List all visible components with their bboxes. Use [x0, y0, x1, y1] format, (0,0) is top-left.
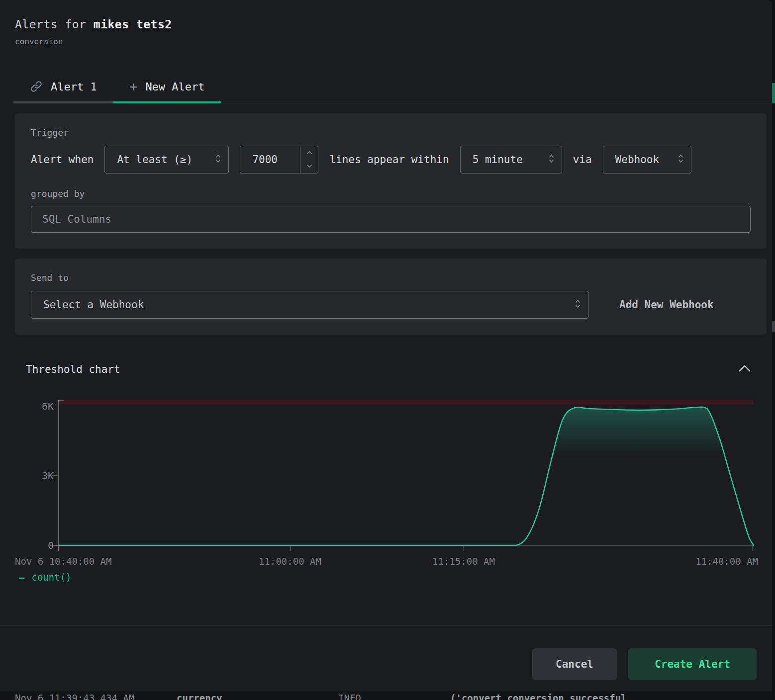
send-to-row: Select a Webhook Add New Webhook [31, 291, 751, 319]
link-icon [30, 80, 43, 93]
time-window-select[interactable]: 5 minute [460, 146, 562, 174]
edge-fragment-gray [772, 321, 775, 332]
trigger-panel: Trigger Alert when At least (≥) [15, 113, 767, 249]
chart-canvas[interactable] [0, 396, 772, 554]
threshold-chart-title: Threshold chart [26, 363, 120, 375]
alert-when-text: Alert when [31, 154, 94, 166]
lines-appear-text: lines appear within [329, 154, 449, 166]
grouped-by-input[interactable] [31, 206, 751, 233]
page-title-prefix: Alerts for [15, 18, 94, 31]
x-tick-1100: 11:00:00 AM [259, 556, 321, 567]
time-window-value: 5 minute [473, 154, 523, 166]
stepper-up-button[interactable] [300, 146, 318, 160]
threshold-band [58, 400, 754, 405]
create-alert-button[interactable]: Create Alert [628, 648, 757, 680]
page-subtitle: conversion [15, 37, 757, 46]
y-tick-3k: 3K [4, 470, 54, 482]
grouped-by-label: grouped by [31, 188, 751, 199]
page-title-source-name: mikes tets2 [94, 18, 172, 31]
log-message: ('convert conversion successful [450, 693, 627, 700]
footer-divider [0, 625, 772, 626]
webhook-select[interactable]: Select a Webhook [31, 291, 588, 319]
webhook-select-value: Select a Webhook [43, 299, 144, 311]
plus-icon: + [130, 80, 138, 93]
log-level: INFO [338, 693, 361, 700]
threshold-chart-header: Threshold chart [26, 362, 753, 376]
trigger-label: Trigger [31, 127, 751, 138]
chevron-updown-icon [215, 153, 221, 167]
trigger-row: Alert when At least (≥) lines ap [31, 146, 751, 174]
chevron-up-icon [738, 364, 751, 372]
chevron-updown-icon [678, 153, 684, 167]
log-attribute: currency [177, 693, 222, 700]
tab-new-alert-label: New Alert [145, 81, 204, 93]
chart-legend: — count() [19, 572, 772, 583]
background-log-row: Nov 6 11:39:43.434 AM currency INFO ('co… [0, 693, 775, 700]
legend-series-name: count() [31, 572, 71, 583]
legend-line-swatch: — [19, 572, 24, 583]
add-new-webhook-button[interactable]: Add New Webhook [619, 299, 714, 311]
tab-alert-1-label: Alert 1 [51, 81, 97, 93]
chevron-updown-icon [548, 153, 555, 167]
chevron-updown-icon [575, 298, 581, 312]
series-area [59, 407, 754, 545]
via-text: via [573, 154, 592, 166]
alert-modal: Alerts for mikes tets2 conversion Alert … [0, 0, 772, 691]
x-tick-1115: 11:15:00 AM [432, 556, 495, 567]
page-title: Alerts for mikes tets2 [15, 18, 757, 31]
y-tick-6k: 6K [4, 400, 54, 412]
threshold-input[interactable] [240, 146, 300, 173]
comparator-select[interactable]: At least (≥) [104, 146, 229, 174]
collapse-chart-button[interactable] [736, 362, 753, 376]
channel-select[interactable]: Webhook [603, 146, 691, 174]
threshold-number-field [240, 146, 318, 174]
x-tick-start: Nov 6 10:40:00 AM [15, 556, 111, 567]
cancel-button[interactable]: Cancel [532, 648, 617, 680]
modal-header: Alerts for mikes tets2 conversion [0, 0, 772, 46]
send-to-label: Send to [31, 272, 751, 283]
edge-fragment-green [772, 83, 775, 103]
x-tick-end: 11:40:00 AM [695, 556, 758, 567]
alert-tabs: Alert 1 + New Alert [13, 71, 772, 103]
number-stepper [300, 146, 318, 173]
y-tick-0: 0 [4, 539, 54, 551]
footer-actions: Cancel Create Alert [532, 648, 757, 680]
log-timestamp: Nov 6 11:39:43.434 AM [15, 693, 134, 700]
page-edge-sliver [772, 0, 775, 700]
comparator-value: At least (≥) [117, 154, 193, 166]
tab-alert-1[interactable]: Alert 1 [13, 71, 113, 103]
tab-new-alert[interactable]: + New Alert [113, 71, 221, 103]
threshold-chart: 6K 3K 0 Nov 6 10:40:00 AM 11:00:00 AM 11… [0, 396, 772, 560]
send-to-panel: Send to Select a Webhook Add New Webhook [15, 259, 767, 335]
stepper-down-button[interactable] [300, 160, 318, 173]
channel-value: Webhook [615, 154, 660, 166]
